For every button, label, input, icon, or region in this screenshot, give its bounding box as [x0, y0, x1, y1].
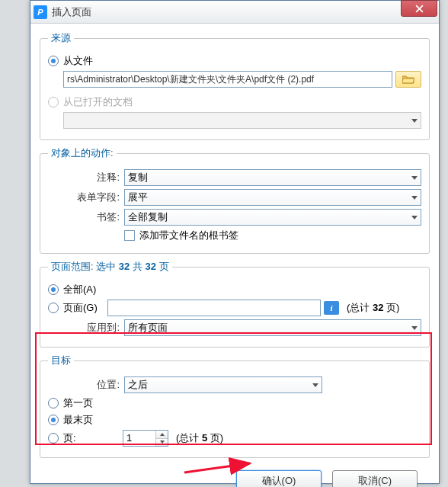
- position-value: 之后: [128, 378, 148, 392]
- apply-to-select[interactable]: 所有页面: [124, 319, 421, 336]
- spinner-up[interactable]: [156, 431, 168, 439]
- source-group: 来源 从文件 从已打开的文档: [40, 31, 430, 140]
- annotations-value: 复制: [128, 171, 148, 184]
- chevron-down-icon: [411, 196, 418, 200]
- form-fields-value: 展平: [128, 191, 148, 204]
- annotation-arrow-icon: [183, 454, 259, 477]
- last-page-label: 最末页: [63, 413, 93, 427]
- page-number-radio[interactable]: [48, 433, 59, 444]
- from-file-radio[interactable]: [48, 56, 59, 66]
- titlebar: P 插入页面: [30, 1, 439, 24]
- annotations-select[interactable]: 复制: [124, 169, 421, 186]
- close-icon: [415, 5, 424, 13]
- chevron-down-icon: [411, 326, 418, 330]
- first-page-radio[interactable]: [48, 398, 59, 409]
- pages-input[interactable]: [107, 300, 321, 316]
- apply-to-label: 应用到:: [48, 321, 124, 335]
- chevron-down-icon: [411, 176, 418, 180]
- range-group: 页面范围: 选中 32 共 32 页 全部(A) 页面(G) i (总计 32 …: [40, 260, 430, 348]
- from-open-docs-label: 从已打开的文档: [63, 95, 133, 109]
- chevron-down-icon: [312, 383, 318, 387]
- spinner-down[interactable]: [156, 439, 168, 447]
- pages-radio[interactable]: [48, 303, 59, 313]
- browse-button[interactable]: [395, 71, 421, 88]
- from-file-label: 从文件: [63, 54, 93, 68]
- root-bookmark-label: 添加带文件名的根书签: [139, 229, 238, 242]
- last-page-radio[interactable]: [48, 415, 59, 425]
- source-legend: 来源: [48, 31, 74, 45]
- bookmarks-value: 全部复制: [128, 210, 168, 224]
- dest-group: 目标 位置: 之后 第一页 最末页 页: 1: [40, 354, 430, 458]
- apply-to-value: 所有页面: [128, 321, 168, 335]
- svg-line-0: [184, 463, 250, 473]
- file-path-input[interactable]: [63, 71, 392, 88]
- bookmarks-select[interactable]: 全部复制: [124, 209, 421, 226]
- actions-group: 对象上的动作: 注释: 复制 表单字段: 展平 书签: 全部复制: [40, 146, 430, 254]
- range-legend: 页面范围: 选中 32 共 32 页: [48, 260, 172, 274]
- form-fields-label: 表单字段:: [48, 191, 124, 204]
- first-page-label: 第一页: [63, 396, 93, 410]
- info-icon[interactable]: i: [324, 301, 339, 315]
- bookmarks-label: 书签:: [48, 210, 124, 224]
- close-button[interactable]: [401, 0, 437, 17]
- window-title: 插入页面: [52, 5, 436, 19]
- page-number-label: 页:: [63, 431, 82, 445]
- from-open-docs-radio[interactable]: [48, 97, 59, 107]
- all-pages-radio[interactable]: [48, 284, 59, 295]
- position-select[interactable]: 之后: [124, 376, 322, 393]
- form-fields-select[interactable]: 展平: [124, 189, 421, 206]
- page-number-value: 1: [123, 431, 155, 446]
- chevron-down-icon: [411, 216, 418, 219]
- open-docs-select: [63, 112, 421, 129]
- dialog-window: P 插入页面 来源 从文件: [30, 0, 440, 484]
- position-label: 位置:: [48, 378, 124, 392]
- all-pages-label: 全部(A): [63, 283, 96, 296]
- pages-label: 页面(G): [63, 301, 107, 315]
- dest-legend: 目标: [48, 354, 74, 367]
- annotations-label: 注释:: [48, 171, 124, 184]
- folder-icon: [402, 75, 414, 84]
- cancel-button[interactable]: 取消(C): [332, 470, 418, 487]
- page-number-spinner[interactable]: 1: [123, 430, 168, 447]
- range-total: (总计 32 页): [347, 301, 399, 315]
- actions-legend: 对象上的动作:: [48, 146, 117, 160]
- app-icon: P: [34, 5, 47, 19]
- dest-total: (总计 5 页): [176, 431, 223, 445]
- root-bookmark-checkbox[interactable]: [124, 230, 135, 241]
